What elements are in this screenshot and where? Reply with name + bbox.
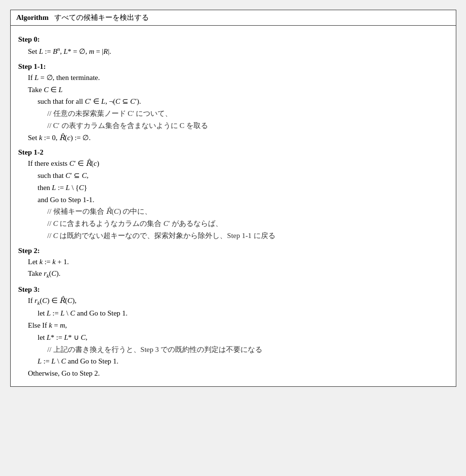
algorithm-title: すべての候補キーを検出する [54, 13, 149, 22]
algorithm-body: Step 0: Set L := Bn, L* = ∅, m = |R|. St… [11, 26, 456, 386]
step3-line4: let L* := L* ∪ C, [38, 332, 448, 344]
step11-label: Step 1-1: [18, 63, 448, 71]
step12-line3: then L := L \ {C} [38, 182, 448, 194]
step3-line5: L := L \ C and Go to Step 1. [38, 355, 448, 367]
step11-line4: Set k := 0, R̂(c) := ∅. [28, 132, 448, 144]
step0-block: Step 0: Set L := Bn, L* = ∅, m = |R|. [18, 35, 448, 58]
step3-label: Step 3: [18, 286, 448, 294]
step11-comment1: // 任意の未探索葉ノード C′ について、 [48, 108, 448, 120]
step12-line2: such that C′ ⊆ C, [38, 170, 448, 182]
step3-line2: let L := L \ C and Go to Step 1. [38, 307, 448, 319]
step2-line1: Let k := k + 1. [28, 256, 448, 268]
algorithm-container: Algorithm すべての候補キーを検出する Step 0: Set L :=… [10, 10, 456, 387]
step2-block: Step 2: Let k := k + 1. Take rk(C). [18, 247, 448, 281]
step11-block: Step 1-1: If L = ∅, then terminate. Take… [18, 63, 448, 144]
step12-comment1: // 候補キーの集合 R̂(C) の中に、 [48, 206, 448, 218]
step11-line1: If L = ∅, then terminate. [28, 72, 448, 84]
step0-label: Step 0: [18, 35, 448, 44]
step2-line2: Take rk(C). [28, 268, 448, 281]
step12-block: Step 1-2 If there exists C′ ∈ R̂(c) such… [18, 148, 448, 241]
step11-line2: Take C ∈ L [28, 84, 448, 96]
step12-comment2: // C に含まれるようなカラムの集合 C′ があるならば、 [48, 218, 448, 230]
step3-line6: Otherwise, Go to Step 2. [28, 367, 448, 380]
step0-line1: Set L := Bn, L* = ∅, m = |R|. [28, 45, 448, 58]
step12-comment3: // C は既約でない超キーなので、探索対象から除外し、Step 1-1 に戻る [48, 230, 448, 242]
step2-label: Step 2: [18, 247, 448, 255]
step3-comment1: // 上記の書き換えを行うと、Step 3 での既約性の判定は不要になる [48, 344, 448, 356]
step3-block: Step 3: If rk(C) ∈ R̂(C), let L := L \ C… [18, 286, 448, 380]
step12-label: Step 1-2 [18, 148, 448, 157]
step12-line1: If there exists C′ ∈ R̂(c) [28, 158, 448, 170]
algorithm-keyword: Algorithm [16, 14, 49, 22]
step11-line3: such that for all C′ ∈ L, ¬(C ⊆ C′). [38, 95, 448, 108]
algorithm-header: Algorithm すべての候補キーを検出する [11, 10, 456, 26]
step11-comment2: // C′ の表すカラム集合を含まないように C を取る [48, 120, 448, 132]
step3-line3: Else If k = m, [28, 319, 448, 332]
step3-line1: If rk(C) ∈ R̂(C), [28, 295, 448, 308]
step12-line4: and Go to Step 1-1. [38, 194, 448, 206]
